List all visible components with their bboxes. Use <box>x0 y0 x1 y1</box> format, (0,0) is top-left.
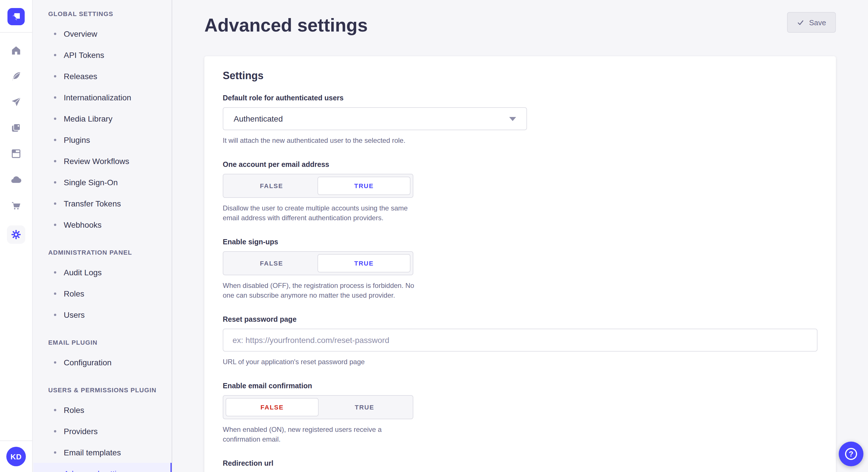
sidebar-item-up-roles[interactable]: Roles <box>33 399 172 420</box>
bullet-icon <box>54 202 56 204</box>
subnav-section-label: EMAIL PLUGIN <box>48 339 158 346</box>
sidebar-item-admin-users[interactable]: Users <box>33 304 172 325</box>
field-label: Enable sign-ups <box>223 238 817 246</box>
icon-rail: KD <box>0 0 33 472</box>
help-button[interactable]: ? <box>839 442 863 466</box>
rail-bottom: KD <box>0 440 32 472</box>
bullet-icon <box>54 75 56 77</box>
settings-gear-icon <box>10 229 22 240</box>
subnav-section-administration-panel: ADMINISTRATION PANEL Audit Logs Roles Us… <box>33 249 172 325</box>
sidebar-item-internationalization[interactable]: Internationalization <box>33 87 172 108</box>
sidebar-item-admin-roles[interactable]: Roles <box>33 283 172 304</box>
bullet-icon <box>54 181 56 183</box>
bullet-icon <box>54 54 56 56</box>
field-label: One account per email address <box>223 161 817 169</box>
paper-plane-icon[interactable] <box>10 96 22 108</box>
reset-password-input[interactable] <box>223 329 817 351</box>
bullet-icon <box>54 32 56 35</box>
field-hint: Disallow the user to create multiple acc… <box>223 204 416 223</box>
default-role-select[interactable]: Authenticated <box>223 107 527 130</box>
toggle-true-option[interactable]: TRUE <box>317 254 410 272</box>
cart-icon[interactable] <box>10 200 22 211</box>
card-heading: Settings <box>223 70 817 82</box>
subnav-section-label: USERS & PERMISSIONS PLUGIN <box>48 386 158 394</box>
field-label: Redirection url <box>223 460 817 467</box>
sidebar-item-email-configuration[interactable]: Configuration <box>33 351 172 373</box>
page-title: Advanced settings <box>205 14 836 37</box>
page-header: Advanced settings Save <box>172 0 868 37</box>
settings-subnav: GLOBAL SETTINGS Overview API Tokens Rele… <box>33 0 172 472</box>
bullet-icon <box>54 409 56 411</box>
field-hint: When disabled (OFF), the registration pr… <box>223 281 416 301</box>
settings-card: Settings Default role for authenticated … <box>205 56 836 472</box>
subnav-section-label: GLOBAL SETTINGS <box>48 10 158 17</box>
sidebar-item-transfer-tokens[interactable]: Transfer Tokens <box>33 193 172 214</box>
sidebar-item-email-templates[interactable]: Email templates <box>33 442 172 463</box>
avatar[interactable]: KD <box>6 447 26 466</box>
field-label: Enable email confirmation <box>223 382 817 390</box>
field-reset-password-page: Reset password page URL of your applicat… <box>223 315 817 367</box>
toggle-false-option[interactable]: FALSE <box>226 177 317 195</box>
subnav-section-users-permissions-plugin: USERS & PERMISSIONS PLUGIN Roles Provide… <box>33 386 172 472</box>
toggle-false-option[interactable]: FALSE <box>226 398 319 416</box>
field-default-role: Default role for authenticated users Aut… <box>223 94 817 146</box>
cloud-icon[interactable] <box>10 174 22 185</box>
sidebar-item-providers[interactable]: Providers <box>33 420 172 442</box>
strapi-logo-icon <box>7 8 25 25</box>
sidebar-item-single-sign-on[interactable]: Single Sign-On <box>33 171 172 193</box>
field-label: Default role for authenticated users <box>223 94 817 102</box>
bullet-icon <box>54 430 56 432</box>
home-icon[interactable] <box>10 45 22 56</box>
field-hint: URL of your application's reset password… <box>223 357 817 367</box>
field-enable-email-confirmation: Enable email confirmation FALSE TRUE Whe… <box>223 382 817 444</box>
field-hint: When enabled (ON), new registered users … <box>223 425 416 444</box>
bullet-icon <box>54 451 56 453</box>
bullet-icon <box>54 138 56 141</box>
field-one-account-per-email: One account per email address FALSE TRUE… <box>223 161 817 223</box>
one-account-toggle: FALSE TRUE <box>223 174 413 198</box>
strapi-admin-window: KD GLOBAL SETTINGS Overview API Tokens R… <box>0 0 868 472</box>
media-library-icon[interactable] <box>10 122 22 134</box>
help-icon: ? <box>845 448 857 460</box>
sidebar-item-media-library[interactable]: Media Library <box>33 108 172 129</box>
feather-icon[interactable] <box>10 71 22 82</box>
field-label: Reset password page <box>223 315 817 324</box>
settings-gear-button[interactable] <box>7 225 25 244</box>
email-confirmation-toggle: FALSE TRUE <box>223 395 413 419</box>
bullet-icon <box>54 117 56 120</box>
field-enable-sign-ups: Enable sign-ups FALSE TRUE When disabled… <box>223 238 817 301</box>
field-redirection-url: Redirection url <box>223 460 817 472</box>
select-value: Authenticated <box>234 114 283 123</box>
subnav-section-email-plugin: EMAIL PLUGIN Configuration <box>33 339 172 373</box>
rail-divider <box>0 32 32 33</box>
subnav-section-label: ADMINISTRATION PANEL <box>48 249 158 256</box>
toggle-true-option[interactable]: TRUE <box>319 398 410 416</box>
sidebar-item-review-workflows[interactable]: Review Workflows <box>33 150 172 171</box>
subnav-section-global-settings: GLOBAL SETTINGS Overview API Tokens Rele… <box>33 10 172 235</box>
sidebar-item-api-tokens[interactable]: API Tokens <box>33 44 172 65</box>
bullet-icon <box>54 96 56 98</box>
chevron-down-icon <box>509 117 516 121</box>
sidebar-item-audit-logs[interactable]: Audit Logs <box>33 262 172 283</box>
layout-icon[interactable] <box>10 148 22 160</box>
toggle-false-option[interactable]: FALSE <box>226 254 317 272</box>
toggle-true-option[interactable]: TRUE <box>317 177 410 195</box>
bullet-icon <box>54 271 56 273</box>
sign-ups-toggle: FALSE TRUE <box>223 251 413 275</box>
save-button[interactable]: Save <box>787 12 836 33</box>
bullet-icon <box>54 313 56 316</box>
sidebar-item-plugins[interactable]: Plugins <box>33 129 172 150</box>
bullet-icon <box>54 361 56 363</box>
bullet-icon <box>54 224 56 226</box>
strapi-logo[interactable] <box>7 8 25 25</box>
rail-nav <box>7 45 25 244</box>
main-content: Advanced settings Save Settings Default … <box>172 0 868 472</box>
sidebar-item-overview[interactable]: Overview <box>33 23 172 44</box>
rail-divider <box>0 440 32 441</box>
sidebar-item-webhooks[interactable]: Webhooks <box>33 214 172 235</box>
bullet-icon <box>54 160 56 162</box>
field-hint: It will attach the new authenticated use… <box>223 136 817 146</box>
save-button-label: Save <box>809 18 826 27</box>
sidebar-item-advanced-settings[interactable]: Advanced settings <box>33 463 172 472</box>
sidebar-item-releases[interactable]: Releases <box>33 65 172 87</box>
